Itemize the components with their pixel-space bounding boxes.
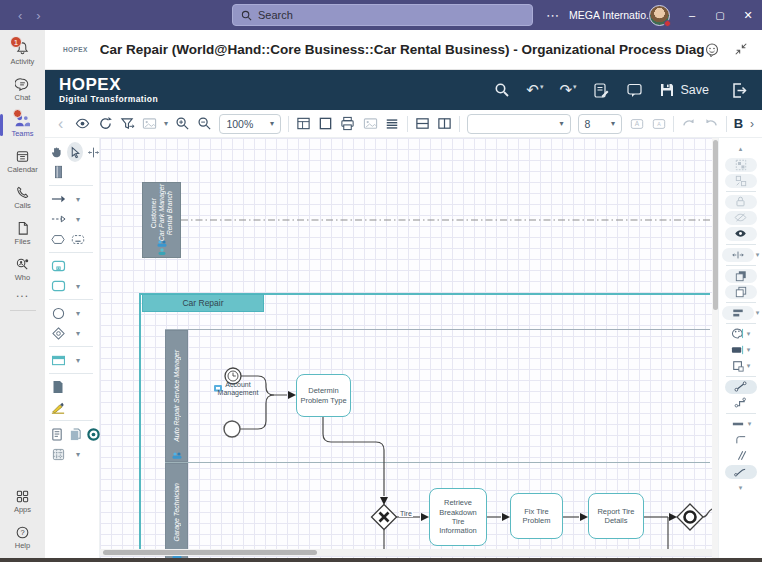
- collapse-icon[interactable]: [734, 42, 748, 56]
- curve-connector-button[interactable]: [725, 465, 757, 479]
- maximize-button[interactable]: ▢: [706, 0, 734, 30]
- task-determine-problem-type[interactable]: Determin Problem Type: [296, 374, 351, 417]
- zoom-level-select[interactable]: 100%▾: [219, 114, 281, 134]
- shape-style-button[interactable]: [731, 359, 745, 373]
- refresh-icon[interactable]: [97, 116, 112, 132]
- zoom-out-icon[interactable]: [197, 116, 212, 132]
- subprocess-icon[interactable]: [50, 258, 66, 274]
- sidebar-item-activity[interactable]: 1 Activity: [0, 38, 45, 68]
- filter-icon[interactable]: [120, 116, 135, 132]
- flow-start-to-determine[interactable]: [240, 395, 274, 429]
- chevron-down-icon[interactable]: ▾: [76, 215, 80, 224]
- document-shape-icon[interactable]: [50, 379, 66, 395]
- pool-ellipse-icon[interactable]: [50, 231, 66, 247]
- corner-radius-button[interactable]: [733, 432, 749, 448]
- select-cursor-icon[interactable]: [67, 142, 83, 162]
- task-shape-icon[interactable]: [50, 278, 66, 294]
- bring-front-button[interactable]: [725, 269, 757, 283]
- page-frame-icon[interactable]: [318, 116, 333, 132]
- panel-chevron-down[interactable]: ▾: [739, 484, 743, 492]
- account-management-label[interactable]: Account Management: [212, 381, 264, 398]
- toolbar-overflow-button[interactable]: ›: [750, 117, 754, 131]
- flow-determine-to-gateway[interactable]: [323, 417, 384, 496]
- export-image-icon[interactable]: [142, 116, 157, 132]
- message-flow-icon[interactable]: [50, 211, 66, 227]
- preview-eye-icon[interactable]: [75, 116, 90, 132]
- feedback-icon[interactable]: [704, 42, 720, 58]
- align-lines-icon[interactable]: [385, 116, 400, 132]
- font-grow-icon[interactable]: A: [629, 116, 644, 132]
- chevron-down-icon[interactable]: ▾: [76, 356, 80, 365]
- lane-resize-icon[interactable]: [87, 144, 100, 160]
- resize-button[interactable]: [722, 248, 754, 262]
- flow-end-gateway-out[interactable]: [703, 509, 712, 517]
- pan-hand-icon[interactable]: [50, 144, 63, 160]
- grid-options-icon[interactable]: [50, 446, 66, 462]
- rotate-right-icon[interactable]: [704, 116, 719, 132]
- chevron-down-icon[interactable]: ▾: [76, 282, 80, 291]
- task-fix-tire[interactable]: Fix Tire Problem: [510, 493, 563, 539]
- pool-title-tab[interactable]: Car Repair: [142, 294, 264, 312]
- sequence-flow-icon[interactable]: [50, 191, 66, 207]
- note-icon[interactable]: [50, 426, 64, 442]
- group-shape-icon[interactable]: [70, 231, 86, 247]
- redo-button[interactable]: ↷▾: [559, 81, 576, 99]
- gateway-shape-icon[interactable]: [50, 325, 66, 341]
- collapse-panel-icon[interactable]: ‹: [53, 116, 68, 132]
- record-icon[interactable]: [86, 426, 100, 442]
- task-retrieve-breakdown[interactable]: Retrieve Breakdown Tire Information: [429, 488, 487, 546]
- ungroup-button[interactable]: [725, 174, 757, 188]
- task-report-tire-details[interactable]: Report Tire Details: [588, 493, 644, 539]
- print-icon[interactable]: [340, 116, 355, 132]
- font-family-select[interactable]: ▾: [467, 114, 570, 134]
- org-name[interactable]: MEGA Internatio...: [569, 9, 649, 21]
- image-icon[interactable]: [363, 116, 378, 132]
- diagram-layout-icon[interactable]: [296, 116, 311, 132]
- horizontal-scrollbar[interactable]: [100, 549, 712, 556]
- sidebar-item-teams[interactable]: Teams: [0, 110, 45, 140]
- chevron-down-icon[interactable]: ▾: [747, 362, 751, 370]
- sidebar-item-more[interactable]: ...: [0, 284, 45, 302]
- sidebar-item-calendar[interactable]: Calendar: [0, 146, 45, 176]
- sidebar-item-calls[interactable]: Calls: [0, 182, 45, 212]
- comment-icon[interactable]: [626, 82, 643, 98]
- vertical-scrollbar[interactable]: [712, 138, 718, 562]
- sidebar-item-files[interactable]: Files: [0, 218, 45, 248]
- undo-button[interactable]: ↶▾: [526, 81, 543, 99]
- font-shrink-icon[interactable]: A: [651, 116, 666, 132]
- chevron-down-icon[interactable]: ▾: [76, 329, 80, 338]
- rotate-left-icon[interactable]: [681, 116, 696, 132]
- close-button[interactable]: ✕: [734, 0, 762, 30]
- minimize-button[interactable]: –: [678, 0, 706, 30]
- logout-icon[interactable]: [731, 82, 748, 99]
- lane-header-garage-technician[interactable]: Garage Technician: [165, 463, 188, 562]
- split-horizontal-icon[interactable]: [415, 116, 430, 132]
- send-back-button[interactable]: [725, 285, 757, 299]
- bold-button[interactable]: B: [734, 116, 743, 131]
- font-size-select[interactable]: 8▾: [578, 114, 622, 134]
- chevron-down-icon[interactable]: ▾: [76, 309, 80, 318]
- exclusive-gateway[interactable]: [372, 505, 397, 530]
- sidebar-item-who[interactable]: Who: [0, 254, 45, 284]
- hide-button[interactable]: [725, 211, 757, 225]
- step-connector-button[interactable]: [733, 395, 749, 411]
- group-button[interactable]: [725, 158, 757, 172]
- chevron-down-icon[interactable]: ▾: [756, 251, 760, 259]
- nav-back-icon[interactable]: ‹: [18, 8, 22, 23]
- customer-pool-header[interactable]: Customer Car Park Manager Rental Branch: [142, 182, 181, 258]
- search-input[interactable]: Search: [232, 4, 533, 26]
- copy-icon[interactable]: [68, 426, 82, 442]
- pool-shape-icon[interactable]: [50, 352, 66, 368]
- vscroll-thumb[interactable]: [713, 140, 718, 310]
- titlebar-more-button[interactable]: ⋯: [536, 8, 569, 23]
- panel-chevron-up[interactable]: ▴: [739, 145, 743, 153]
- split-vertical-icon[interactable]: [437, 116, 452, 132]
- hscroll-thumb[interactable]: [103, 550, 317, 555]
- chevron-down-icon[interactable]: ▾: [76, 195, 80, 204]
- chevron-down-icon[interactable]: ▾: [756, 309, 760, 317]
- event-gateway[interactable]: [677, 504, 703, 530]
- theme-palette-button[interactable]: [731, 327, 745, 341]
- show-button[interactable]: [725, 227, 757, 241]
- sidebar-item-help[interactable]: ? Help: [0, 522, 45, 552]
- zoom-in-icon[interactable]: [175, 116, 190, 132]
